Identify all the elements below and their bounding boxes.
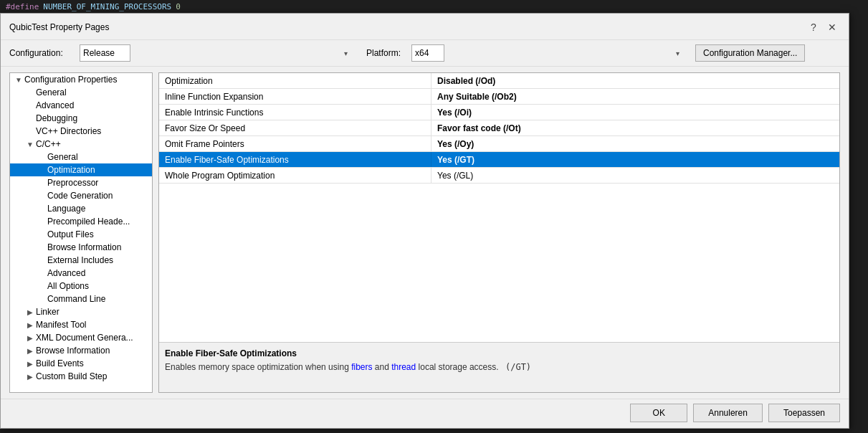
tree-label-build-events: Build Events [36, 358, 84, 368]
prop-value-2: Yes (/Oi) [431, 105, 839, 120]
tree-expander-custom-build-step: ▶ [24, 373, 36, 381]
footer: OK Annuleren Toepassen [1, 399, 849, 428]
tree-expander-cpp: ▼ [24, 141, 36, 148]
tree-expander-config-props: ▼ [13, 76, 24, 84]
ok-button[interactable]: OK [630, 404, 687, 422]
tree-label-output-files: Output Files [47, 229, 94, 239]
tree-item-all-options[interactable]: All Options [10, 280, 152, 292]
tree-item-manifest-tool[interactable]: ▶Manifest Tool [10, 318, 152, 331]
tree-label-xml-document: XML Document Genera... [36, 333, 133, 343]
property-pages-dialog: QubicTest Property Pages ? ✕ Configurati… [0, 13, 849, 429]
tree-label-custom-build-step: Custom Build Step [36, 371, 107, 381]
tree-item-browse-info[interactable]: Browse Information [10, 241, 152, 254]
tree-item-cpp[interactable]: ▼C/C++ [10, 138, 152, 151]
platform-label: Platform: [366, 48, 406, 58]
tree-label-preprocessor: Preprocessor [47, 178, 98, 188]
tree-label-config-props: Configuration Properties [24, 75, 117, 85]
tree-label-browse-info: Browse Information [47, 242, 121, 252]
title-bar: QubicTest Property Pages ? ✕ [1, 14, 849, 40]
tree-item-command-line[interactable]: Command Line [10, 292, 152, 305]
tree-expander-xml-document: ▶ [24, 334, 36, 342]
tree-label-vcpp-directories: VC++ Directories [36, 126, 101, 136]
config-select-wrapper: Release [80, 44, 352, 62]
prop-value-0: Disabled (/Od) [431, 73, 839, 88]
prop-row-3[interactable]: Favor Size Or SpeedFavor fast code (/Ot) [159, 120, 839, 136]
tree-label-optimization: Optimization [47, 165, 95, 175]
tree-item-build-events[interactable]: ▶Build Events [10, 357, 152, 370]
close-button[interactable]: ✕ [824, 19, 840, 35]
tree-item-general[interactable]: General [10, 86, 152, 99]
tree-panel: ▼Configuration PropertiesGeneralAdvanced… [9, 72, 153, 393]
tree-label-manifest-tool: Manifest Tool [36, 320, 86, 330]
apply-button[interactable]: Toepassen [768, 404, 840, 422]
prop-value-6: Yes (/GL) [431, 168, 839, 183]
config-label: Configuration: [9, 48, 74, 58]
tree-item-linker[interactable]: ▶Linker [10, 305, 152, 318]
prop-row-2[interactable]: Enable Intrinsic FunctionsYes (/Oi) [159, 105, 839, 120]
tree-expander-manifest-tool: ▶ [24, 321, 36, 329]
prop-row-1[interactable]: Inline Function ExpansionAny Suitable (/… [159, 89, 839, 105]
config-select[interactable]: Release [80, 44, 130, 62]
description-panel: Enable Fiber-Safe Optimizations Enables … [159, 342, 839, 392]
tree-item-xml-document[interactable]: ▶XML Document Genera... [10, 331, 152, 344]
tree-item-debugging[interactable]: Debugging [10, 112, 152, 125]
tree-label-cpp: C/C++ [36, 139, 61, 149]
tree-label-all-options: All Options [47, 281, 89, 291]
tree-label-cpp-advanced: Advanced [47, 268, 85, 278]
prop-row-0[interactable]: OptimizationDisabled (/Od) [159, 73, 839, 89]
tree-item-output-files[interactable]: Output Files [10, 228, 152, 241]
tree-label-linker: Linker [36, 307, 59, 317]
tree-label-general: General [36, 87, 67, 97]
properties-panel: OptimizationDisabled (/Od)Inline Functio… [158, 72, 840, 393]
help-button[interactable]: ? [806, 19, 821, 35]
tree-item-cpp-general[interactable]: General [10, 151, 152, 163]
desc-fibers-text: fibers [351, 362, 372, 372]
tree-label-command-line: Command Line [47, 294, 105, 304]
desc-thread-text: thread [391, 362, 416, 372]
tree-item-cpp-advanced[interactable]: Advanced [10, 267, 152, 280]
prop-name-1: Inline Function Expansion [159, 89, 431, 104]
tree-item-external-includes[interactable]: External Includes [10, 254, 152, 267]
tree-label-cpp-general: General [47, 152, 78, 162]
prop-name-3: Favor Size Or Speed [159, 120, 431, 135]
config-row: Configuration: Release Platform: x64 Con… [1, 40, 849, 67]
desc-main-text: Enables memory space optimization when u… [165, 362, 351, 372]
cancel-button[interactable]: Annuleren [693, 404, 763, 422]
tree-item-preprocessor[interactable]: Preprocessor [10, 176, 152, 189]
prop-row-6[interactable]: Whole Program OptimizationYes (/GL) [159, 168, 839, 184]
config-manager-button[interactable]: Configuration Manager... [695, 44, 805, 62]
prop-name-2: Enable Intrinsic Functions [159, 105, 431, 120]
tree-item-language[interactable]: Language [10, 202, 152, 215]
tree-item-browse-information[interactable]: ▶Browse Information [10, 344, 152, 357]
tree-label-browse-information: Browse Information [36, 346, 110, 356]
tree-label-debugging: Debugging [36, 113, 77, 123]
prop-row-4[interactable]: Omit Frame PointersYes (/Oy) [159, 136, 839, 152]
prop-name-4: Omit Frame Pointers [159, 136, 431, 151]
prop-value-4: Yes (/Oy) [431, 136, 839, 151]
desc-local-text: local storage access. [416, 362, 498, 372]
tree-item-code-generation[interactable]: Code Generation [10, 189, 152, 202]
platform-select-wrapper: x64 [411, 44, 684, 62]
prop-value-5: Yes (/GT) [431, 152, 839, 167]
tree-label-advanced: Advanced [36, 100, 74, 110]
tree-label-code-generation: Code Generation [47, 191, 113, 201]
tree-expander-browse-information: ▶ [24, 347, 36, 355]
prop-row-5[interactable]: Enable Fiber-Safe OptimizationsYes (/GT) [159, 152, 839, 168]
prop-name-6: Whole Program Optimization [159, 168, 431, 183]
tree-item-precompiled-headers[interactable]: Precompiled Heade... [10, 215, 152, 228]
prop-name-5: Enable Fiber-Safe Optimizations [159, 152, 431, 167]
main-content: ▼Configuration PropertiesGeneralAdvanced… [1, 67, 849, 399]
description-text: Enables memory space optimization when u… [165, 361, 834, 373]
tree-expander-linker: ▶ [24, 308, 36, 316]
title-controls: ? ✕ [806, 19, 840, 35]
tree-item-config-props[interactable]: ▼Configuration Properties [10, 73, 152, 86]
code-bar: #define NUMBER_OF_MINING_PROCESSORS 0 [0, 0, 868, 13]
tree-item-advanced[interactable]: Advanced [10, 99, 152, 112]
tree-item-optimization[interactable]: Optimization [10, 163, 152, 176]
platform-select[interactable]: x64 [411, 44, 444, 62]
tree-item-vcpp-directories[interactable]: VC++ Directories [10, 125, 152, 138]
description-title: Enable Fiber-Safe Optimizations [165, 348, 834, 358]
prop-name-0: Optimization [159, 73, 431, 88]
tree-label-external-includes: External Includes [47, 255, 113, 265]
tree-item-custom-build-step[interactable]: ▶Custom Build Step [10, 370, 152, 383]
